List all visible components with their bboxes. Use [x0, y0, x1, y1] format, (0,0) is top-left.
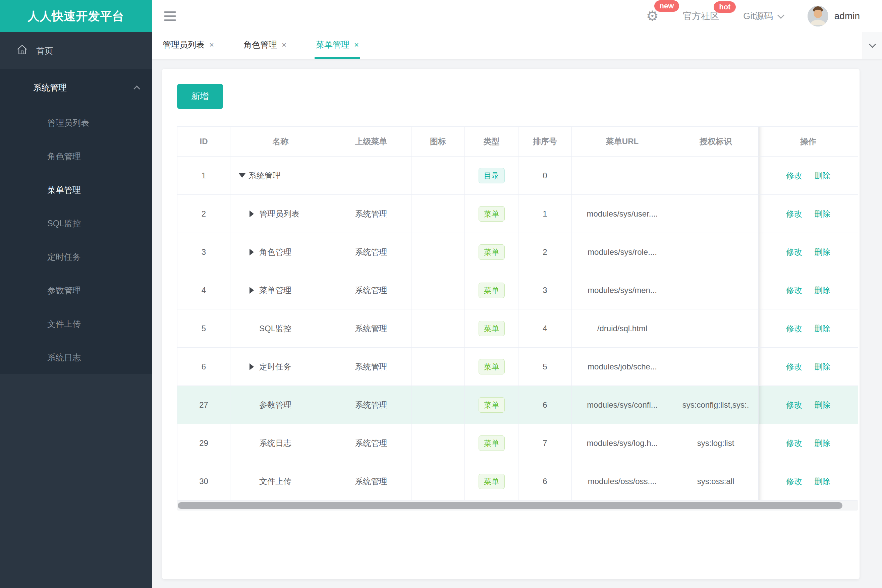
close-icon[interactable]: × — [209, 40, 214, 50]
gear-icon[interactable]: ⚙ — [646, 9, 659, 23]
type-badge: 菜单 — [479, 206, 505, 222]
menu-name: 菜单管理 — [259, 285, 291, 296]
edit-link[interactable]: 修改 — [786, 400, 802, 410]
edit-link[interactable]: 修改 — [786, 209, 802, 218]
edit-link[interactable]: 修改 — [786, 362, 802, 371]
menu-name: 管理员列表 — [259, 208, 299, 219]
table-row: 3 角色管理 系统管理 菜单 2 modules/sys/role.... — [177, 233, 858, 271]
sidebar-item-admin-list[interactable]: 管理员列表 — [0, 106, 152, 140]
sidebar-item-system-log[interactable]: 系统日志 — [0, 340, 152, 374]
edit-link[interactable]: 修改 — [786, 248, 802, 256]
chevron-down-icon — [777, 11, 784, 18]
delete-link[interactable]: 删除 — [814, 248, 830, 256]
col-icon: 图标 — [412, 127, 465, 156]
collapse-icon[interactable] — [239, 173, 248, 178]
sidebar-group-label: 系统管理 — [33, 82, 67, 93]
sidebar-item-menu-mgmt[interactable]: 菜单管理 — [0, 173, 152, 207]
edit-link[interactable]: 修改 — [786, 286, 802, 295]
user-name: admin — [834, 11, 860, 21]
delete-link[interactable]: 删除 — [814, 171, 830, 180]
avatar-image — [808, 6, 828, 27]
user-menu[interactable]: admin — [808, 6, 860, 27]
new-badge: new — [654, 0, 679, 12]
col-actions: 操作 — [759, 127, 858, 156]
app-logo: 人人快速开发平台 — [0, 0, 152, 32]
sidebar-group-system: 系统管理 管理员列表 角色管理 菜单管理 SQL监控 定时任务 参数管理 文件上… — [0, 69, 152, 374]
sidebar-item-home[interactable]: 首页 — [0, 32, 152, 69]
tab-options-button[interactable] — [862, 32, 882, 58]
git-source-menu[interactable]: Git源码 — [743, 10, 783, 22]
tab-admin-list[interactable]: 管理员列表 × — [161, 32, 215, 58]
app-header: 人人快速开发平台 ⚙ new 官方社区 hot Git源码 adm — [0, 0, 882, 32]
close-icon[interactable]: × — [354, 40, 359, 50]
menu-name: 参数管理 — [259, 400, 291, 410]
community-link[interactable]: 官方社区 hot — [683, 10, 719, 22]
delete-link[interactable]: 删除 — [814, 324, 830, 333]
tab-menu-mgmt[interactable]: 菜单管理 × — [314, 32, 360, 58]
col-perms: 授权标识 — [673, 127, 759, 156]
type-badge: 目录 — [479, 168, 505, 183]
tab-label: 角色管理 — [243, 39, 277, 50]
table-row: 1 系统管理 目录 0 — [177, 156, 858, 195]
delete-link[interactable]: 删除 — [814, 400, 830, 410]
col-parent: 上级菜单 — [331, 127, 412, 156]
hot-badge: hot — [714, 2, 736, 13]
table-row: 5 SQL监控 系统管理 菜单 4 /druid/sql.html — [177, 309, 858, 348]
git-source-label: Git源码 — [743, 10, 773, 22]
menu-name: 系统管理 — [248, 170, 281, 181]
type-badge: 菜单 — [479, 244, 505, 260]
sidebar-item-role-mgmt[interactable]: 角色管理 — [0, 140, 152, 173]
edit-link[interactable]: 修改 — [786, 324, 802, 333]
scrollbar-thumb[interactable] — [178, 502, 843, 509]
sidebar-item-file-upload[interactable]: 文件上传 — [0, 307, 152, 340]
sidebar-item-scheduled-tasks[interactable]: 定时任务 — [0, 240, 152, 273]
expand-icon[interactable] — [249, 287, 259, 294]
header-main: ⚙ new 官方社区 hot Git源码 admin — [152, 0, 882, 32]
type-badge: 菜单 — [479, 397, 505, 412]
table-row: 6 定时任务 系统管理 菜单 5 modules/job/sche... — [177, 348, 858, 386]
delete-link[interactable]: 删除 — [814, 286, 830, 295]
type-badge: 菜单 — [479, 321, 505, 336]
table-row: 2 管理员列表 系统管理 菜单 1 modules/sys/user.... — [177, 195, 858, 233]
col-type: 类型 — [465, 127, 518, 156]
chevron-up-icon — [134, 86, 140, 92]
close-icon[interactable]: × — [282, 40, 286, 50]
type-badge: 菜单 — [479, 474, 505, 489]
expand-icon[interactable] — [249, 363, 259, 370]
delete-link[interactable]: 删除 — [814, 438, 830, 447]
delete-link[interactable]: 删除 — [814, 362, 830, 371]
tab-label: 管理员列表 — [163, 39, 204, 50]
col-url: 菜单URL — [572, 127, 673, 156]
type-badge: 菜单 — [479, 283, 505, 298]
table-row: 30 文件上传 系统管理 菜单 6 modules/oss/oss.... — [177, 462, 858, 501]
menu-name: 文件上传 — [259, 476, 291, 487]
sidebar-toggle-icon[interactable] — [164, 11, 176, 21]
expand-icon[interactable] — [249, 249, 259, 255]
add-button[interactable]: 新增 — [177, 84, 223, 109]
edit-link[interactable]: 修改 — [786, 438, 802, 447]
sidebar-group-title[interactable]: 系统管理 — [0, 69, 152, 106]
menu-name: 系统日志 — [259, 438, 291, 448]
delete-link[interactable]: 删除 — [814, 209, 830, 218]
edit-link[interactable]: 修改 — [786, 477, 802, 486]
horizontal-scrollbar[interactable] — [177, 501, 858, 510]
tab-role-mgmt[interactable]: 角色管理 × — [242, 32, 288, 58]
community-label: 官方社区 — [683, 10, 719, 22]
delete-link[interactable]: 删除 — [814, 477, 830, 486]
table-row: 29 系统日志 系统管理 菜单 7 modules/sys/log.h... — [177, 424, 858, 462]
content-card: 新增 ID 名称 上级菜单 图标 类型 排序号 菜单URL 授权标识 操作 — [162, 69, 859, 579]
tab-bar: 管理员列表 × 角色管理 × 菜单管理 × — [152, 32, 882, 59]
settings-menu[interactable]: ⚙ new — [646, 9, 659, 23]
sidebar-item-sql-monitor[interactable]: SQL监控 — [0, 207, 152, 240]
table-row: 4 菜单管理 系统管理 菜单 3 modules/sys/men... — [177, 271, 858, 309]
col-order: 排序号 — [518, 127, 572, 156]
sidebar-item-param-mgmt[interactable]: 参数管理 — [0, 273, 152, 307]
edit-link[interactable]: 修改 — [786, 171, 802, 180]
avatar[interactable] — [808, 6, 828, 27]
main-content: 新增 ID 名称 上级菜单 图标 类型 排序号 菜单URL 授权标识 操作 — [152, 59, 882, 588]
menu-name: 角色管理 — [259, 247, 291, 258]
table-row: 27 参数管理 系统管理 菜单 6 modules/sys/confi... — [177, 386, 858, 424]
expand-icon[interactable] — [249, 210, 259, 217]
menu-name: SQL监控 — [259, 323, 291, 334]
type-badge: 菜单 — [479, 435, 505, 451]
